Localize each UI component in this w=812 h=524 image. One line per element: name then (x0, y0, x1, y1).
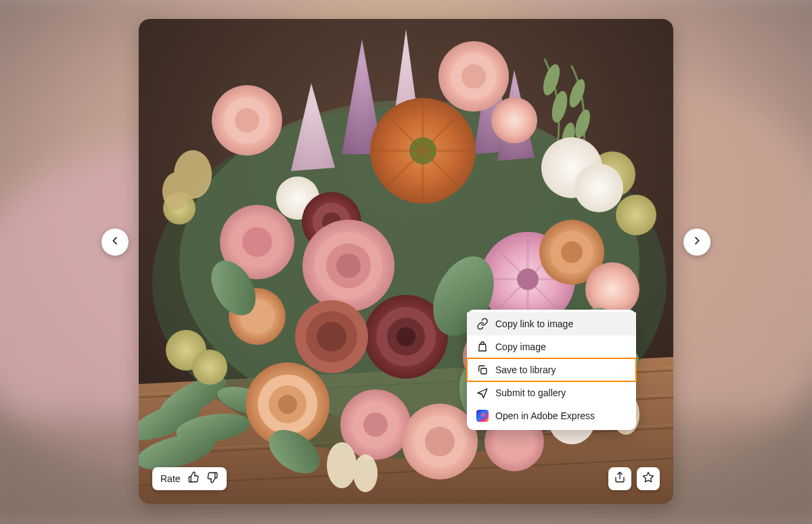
menu-item-label: Copy link to image (495, 318, 573, 329)
svg-point-93 (425, 427, 455, 456)
svg-point-87 (278, 395, 297, 414)
menu-item-label: Save to library (495, 364, 556, 375)
menu-item-submit-to-gallery[interactable]: Submit to gallery (467, 381, 636, 404)
svg-point-50 (491, 97, 537, 143)
firefly-image-viewer: Rate (0, 0, 812, 524)
svg-point-32 (192, 350, 227, 385)
svg-point-49 (461, 64, 486, 89)
svg-point-53 (242, 227, 272, 257)
svg-point-29 (616, 195, 656, 235)
rate-label: Rate (160, 473, 181, 484)
menu-item-open-in-express[interactable]: Open in Adobe Express (467, 404, 636, 427)
copy-icon (476, 364, 489, 376)
star-icon (642, 471, 654, 486)
send-icon (476, 387, 489, 399)
svg-point-34 (162, 172, 189, 210)
svg-point-60 (336, 254, 361, 278)
menu-item-label: Copy image (495, 341, 546, 352)
svg-point-42 (574, 164, 623, 212)
image-context-menu: Copy link to image Copy image Save to li… (467, 310, 636, 430)
svg-point-97 (327, 442, 357, 488)
bag-icon (476, 341, 489, 353)
svg-point-98 (353, 454, 378, 492)
svg-point-46 (235, 108, 259, 133)
svg-point-64 (397, 327, 415, 346)
share-button[interactable] (608, 467, 631, 490)
menu-item-label: Submit to gallery (495, 387, 566, 398)
content-area: Rate (20, 19, 792, 505)
svg-marker-107 (644, 473, 654, 482)
svg-point-79 (585, 262, 639, 316)
svg-point-67 (317, 322, 346, 352)
svg-point-90 (363, 412, 388, 437)
svg-rect-108 (481, 368, 487, 374)
share-icon (614, 471, 626, 486)
adobe-express-icon (476, 410, 489, 422)
thumbs-up-button[interactable] (186, 471, 201, 486)
favorite-button[interactable] (637, 467, 660, 490)
generated-image[interactable] (139, 19, 673, 504)
menu-item-copy-link[interactable]: Copy link to image (467, 312, 636, 335)
menu-item-label: Open in Adobe Express (495, 410, 595, 421)
menu-item-copy-image[interactable]: Copy image (467, 335, 636, 358)
rate-control: Rate (152, 467, 227, 490)
thumbs-up-icon (187, 471, 200, 486)
chevron-left-icon (110, 235, 120, 249)
thumbs-down-button[interactable] (205, 471, 220, 486)
thumbs-down-icon (206, 471, 219, 486)
next-image-button[interactable] (683, 229, 710, 256)
chevron-right-icon (692, 235, 702, 249)
image-action-buttons (608, 467, 660, 490)
menu-item-save-to-library[interactable]: Save to library (467, 358, 636, 381)
prev-image-button[interactable] (102, 229, 129, 256)
svg-point-78 (561, 241, 583, 263)
link-icon (476, 318, 489, 330)
svg-point-75 (517, 268, 539, 290)
